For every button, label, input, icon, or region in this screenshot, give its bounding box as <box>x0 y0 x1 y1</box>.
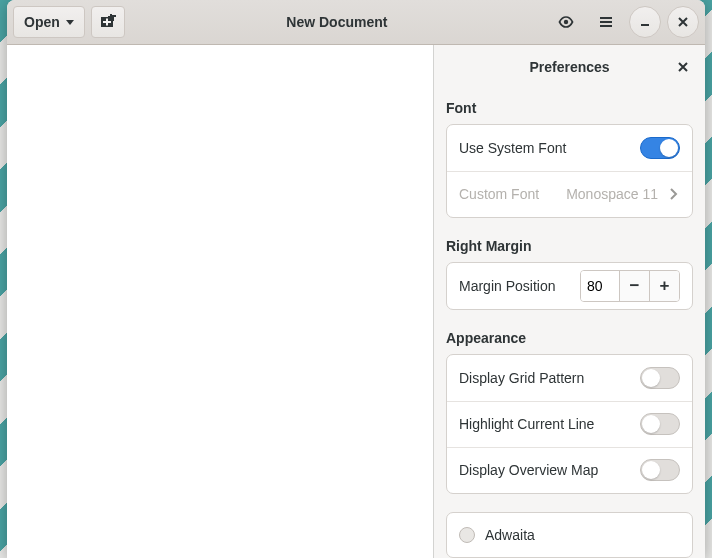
close-icon <box>677 61 689 73</box>
panel-body: Font Use System Font Custom Font Monospa… <box>434 90 705 558</box>
panel-close-button[interactable] <box>671 55 695 79</box>
custom-font-label: Custom Font <box>459 186 566 202</box>
content-area: Preferences Font Use System Font Custom … <box>7 45 705 558</box>
custom-font-row[interactable]: Custom Font Monospace 11 <box>447 171 692 217</box>
chevron-right-icon <box>666 187 680 201</box>
minimize-button[interactable] <box>629 6 661 38</box>
custom-font-value: Monospace 11 <box>566 186 658 202</box>
svg-rect-9 <box>600 21 612 23</box>
margin-position-spinbox: − + <box>580 270 680 302</box>
overview-map-switch[interactable] <box>640 459 680 481</box>
margin-increment-button[interactable]: + <box>649 271 679 301</box>
margin-position-input[interactable] <box>581 271 619 301</box>
right-margin-card: Margin Position − + <box>446 262 693 310</box>
theme-adwaita-row[interactable]: Adwaita <box>447 513 692 557</box>
overview-map-label: Display Overview Map <box>459 462 640 478</box>
panel-title: Preferences <box>446 59 693 75</box>
use-system-font-label: Use System Font <box>459 140 640 156</box>
section-title-font: Font <box>446 100 693 116</box>
svg-rect-4 <box>108 16 114 18</box>
svg-rect-10 <box>600 25 612 27</box>
close-window-button[interactable] <box>667 6 699 38</box>
display-grid-switch[interactable] <box>640 367 680 389</box>
headerbar: Open New Document <box>7 0 705 45</box>
highlight-line-switch[interactable] <box>640 413 680 435</box>
preview-button[interactable] <box>549 6 583 38</box>
chevron-down-icon <box>66 20 74 25</box>
display-grid-label: Display Grid Pattern <box>459 370 640 386</box>
minimize-icon <box>640 17 650 27</box>
margin-position-label: Margin Position <box>459 278 580 294</box>
highlight-line-label: Highlight Current Line <box>459 416 640 432</box>
svg-rect-8 <box>600 17 612 19</box>
close-icon <box>678 17 688 27</box>
panel-header: Preferences <box>434 45 705 90</box>
highlight-line-row[interactable]: Highlight Current Line <box>447 401 692 447</box>
use-system-font-row[interactable]: Use System Font <box>447 125 692 171</box>
font-card: Use System Font Custom Font Monospace 11 <box>446 124 693 218</box>
section-title-appearance: Appearance <box>446 330 693 346</box>
svg-point-7 <box>564 20 568 24</box>
margin-position-row: Margin Position − + <box>447 263 692 309</box>
new-tab-icon <box>100 14 116 30</box>
appearance-card: Display Grid Pattern Highlight Current L… <box>446 354 693 494</box>
new-tab-button[interactable] <box>91 6 125 38</box>
preferences-panel: Preferences Font Use System Font Custom … <box>434 45 705 558</box>
theme-card: Adwaita <box>446 512 693 558</box>
display-grid-row[interactable]: Display Grid Pattern <box>447 355 692 401</box>
open-button-label: Open <box>24 14 60 30</box>
theme-adwaita-radio[interactable] <box>459 527 475 543</box>
menu-button[interactable] <box>589 6 623 38</box>
hamburger-icon <box>598 14 614 30</box>
section-title-right-margin: Right Margin <box>446 238 693 254</box>
overview-map-row[interactable]: Display Overview Map <box>447 447 692 493</box>
svg-rect-11 <box>641 24 649 26</box>
svg-rect-6 <box>106 19 108 26</box>
margin-decrement-button[interactable]: − <box>619 271 649 301</box>
eye-icon <box>558 14 574 30</box>
document-title: New Document <box>131 14 543 30</box>
open-button[interactable]: Open <box>13 6 85 38</box>
app-window: Open New Document <box>7 0 705 558</box>
theme-adwaita-label: Adwaita <box>485 527 535 543</box>
editor-area[interactable] <box>7 45 434 558</box>
use-system-font-switch[interactable] <box>640 137 680 159</box>
